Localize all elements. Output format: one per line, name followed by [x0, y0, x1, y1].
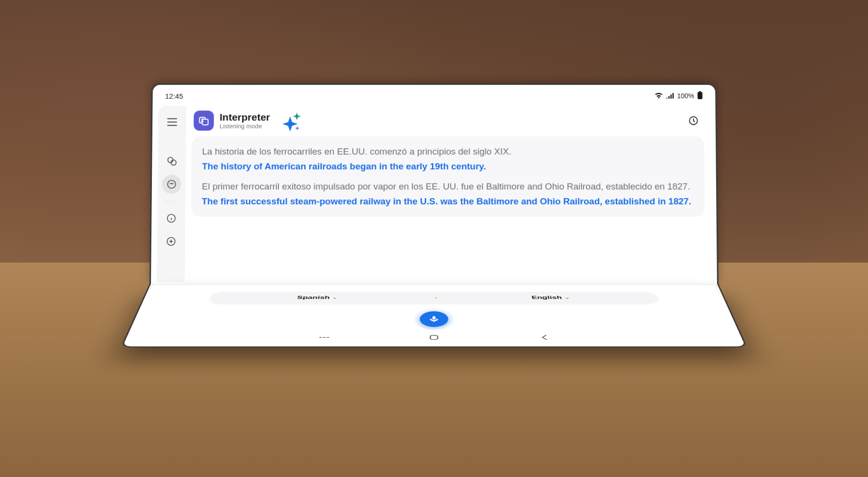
chat-bubbles-icon[interactable] — [162, 152, 181, 171]
wifi-icon — [654, 92, 663, 100]
svg-point-4 — [168, 180, 176, 188]
microphone-button[interactable] — [420, 311, 448, 327]
sidebar: ······ — [157, 106, 186, 282]
target-text-1: The history of American railroads began … — [202, 159, 694, 173]
svg-rect-1 — [699, 91, 701, 92]
svg-rect-0 — [698, 92, 703, 99]
battery-percent: 100% — [677, 92, 694, 100]
menu-button[interactable] — [163, 113, 182, 132]
foldable-device: 12:45 100% — [149, 82, 719, 395]
android-nav-bar — [127, 332, 741, 343]
app-title: Interpreter — [219, 111, 270, 122]
target-language-button[interactable]: English ⌄ — [444, 295, 658, 300]
sparkle-icon — [279, 111, 299, 131]
svg-rect-12 — [203, 119, 208, 125]
nav-back-button[interactable] — [535, 333, 553, 342]
screen-top-half: 12:45 100% — [149, 83, 719, 285]
source-text-1: La historia de los ferrocarriles en EE.U… — [202, 145, 694, 159]
source-language-button[interactable]: Spanish ⌄ — [210, 295, 424, 300]
target-language-label: English — [531, 295, 562, 300]
transcript-card: La historia de los ferrocarriles en EE.U… — [191, 136, 705, 217]
sidebar-divider: ······ — [164, 199, 178, 204]
speech-icon[interactable] — [162, 175, 181, 194]
app-header: Interpreter Listening mode — [191, 109, 704, 136]
source-language-label: Spanish — [297, 295, 330, 300]
svg-rect-17 — [430, 335, 437, 340]
target-text-2: The first successful steam-powered railw… — [202, 195, 694, 208]
language-selector-bar: Spanish ⌄ → English ⌄ — [209, 292, 660, 304]
screen-bottom-half: Spanish ⌄ → English ⌄ — [121, 284, 747, 347]
chevron-down-icon: ⌄ — [564, 296, 570, 300]
battery-icon — [697, 91, 703, 101]
nav-home-button[interactable] — [426, 333, 442, 342]
interpreter-app-icon — [194, 111, 214, 131]
source-text-2: El primer ferrocarril exitoso impulsado … — [202, 180, 694, 193]
nav-recents-button[interactable] — [315, 333, 333, 342]
status-time: 12:45 — [165, 92, 183, 100]
mic-halo — [414, 308, 454, 330]
chevron-down-icon: ⌄ — [332, 296, 338, 300]
add-icon[interactable] — [162, 232, 181, 251]
status-bar: 12:45 100% — [155, 88, 712, 104]
info-icon[interactable] — [162, 209, 181, 228]
arrow-right-icon: → — [424, 295, 444, 300]
signal-icon — [666, 92, 674, 100]
app-subtitle: Listening mode — [219, 122, 270, 130]
history-button[interactable] — [685, 112, 702, 130]
